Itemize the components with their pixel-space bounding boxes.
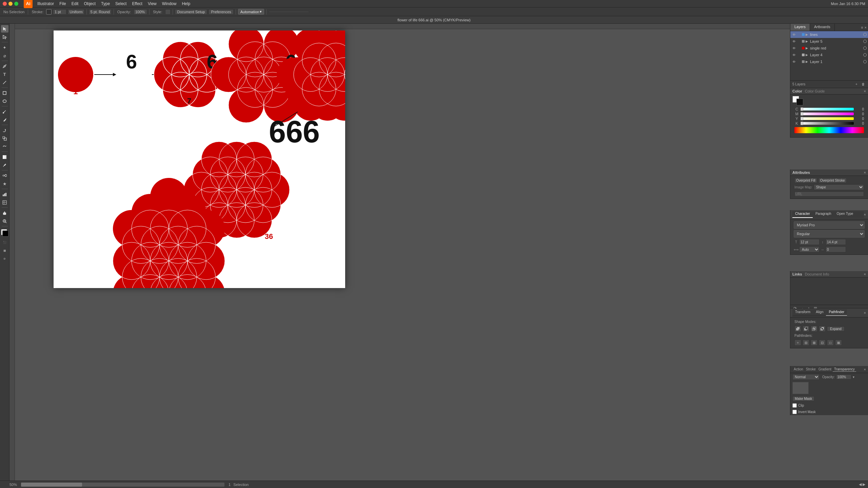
stroke-color-box-2[interactable] [796,99,803,105]
paintbrush-tool[interactable] [1,108,8,115]
layer-expand-singlered[interactable]: ▶ [806,46,809,50]
layer-target-1[interactable] [863,60,867,63]
opacity-value[interactable]: 100% [134,9,147,15]
layer-expand-5[interactable]: ▶ [806,40,809,43]
layer-row-layer4[interactable]: 👁 ▶ Layer 4 [790,52,868,58]
fill-stroke-colors[interactable] [1,229,8,237]
k-slider[interactable] [801,122,854,125]
blend-tool[interactable] [1,172,8,179]
canvas-area[interactable]: 1 6 [9,24,790,481]
ellipse-tool[interactable] [1,97,8,105]
links-panel-header[interactable]: Links Document Info × [790,271,868,278]
color-panel-header[interactable]: Color Color Guide × [790,88,868,95]
menu-effect[interactable]: Effect [130,1,144,6]
exclude-btn[interactable] [819,326,826,332]
m-thumb[interactable] [801,112,803,116]
divide-btn[interactable]: ÷ [794,340,801,346]
overprint-fill-btn[interactable]: Overprint Fill [794,178,817,183]
pathfinder-panel-close[interactable]: × [864,311,866,315]
gradient-tool[interactable] [1,153,8,161]
menu-help[interactable]: Help [180,1,192,6]
merge-btn[interactable]: ⊞ [811,340,817,346]
layer-target-lines[interactable] [863,33,867,36]
scale-tool[interactable] [1,135,8,142]
layer-visibility-lines[interactable]: 👁 [792,32,796,37]
layer-lock-5[interactable] [797,39,801,44]
layer-lock-1[interactable] [797,59,801,64]
zoom-tool[interactable] [1,217,8,225]
opacity-input[interactable]: 100% [836,374,851,380]
pencil-tool[interactable] [1,116,8,123]
stroke-color-box[interactable] [46,9,52,15]
y-slider[interactable] [801,117,854,120]
slice-tool[interactable] [1,199,8,206]
artboards-tab[interactable]: Artboards [810,24,835,31]
color-mode-btn[interactable]: ⬛ [1,239,8,246]
blend-mode-select[interactable]: Normal [792,374,820,380]
color-panel-close[interactable]: × [864,89,866,93]
zoom-level[interactable]: 50% [9,483,17,487]
gradient-tab[interactable]: Gradient [817,367,833,372]
symbol-tool[interactable]: ★ [1,180,8,187]
maximize-button[interactable] [14,2,18,6]
rotate-tool[interactable] [1,126,8,134]
kerning-select[interactable]: Auto [799,246,820,252]
preferences-button[interactable]: Preferences [209,9,233,15]
c-slider[interactable] [801,108,854,110]
doc-setup-button[interactable]: Document Setup [175,9,208,15]
c-thumb[interactable] [801,107,803,111]
pathfinder-panel-header[interactable]: Transform Align Pathfinder × [790,308,868,318]
make-mask-btn[interactable]: Make Mask [792,396,814,401]
layer-visibility-singlered[interactable]: 👁 [792,46,796,50]
layer-visibility-1[interactable]: 👁 [792,59,796,64]
layer-target-5[interactable] [863,40,867,43]
new-layer-button[interactable]: + [854,82,859,87]
pen-tool[interactable] [1,62,8,70]
tracking-input[interactable] [826,246,846,252]
outline-btn[interactable]: □ [827,340,834,346]
menu-object[interactable]: Object [82,1,98,6]
opacity-arrow[interactable]: ▾ [853,375,854,379]
style-box[interactable] [165,9,171,15]
close-button[interactable] [3,2,7,6]
layer-visibility-4[interactable]: 👁 [792,53,796,57]
menu-illustrator[interactable]: Illustrator [35,1,56,6]
layers-panel-menu[interactable]: ≡ [861,25,863,29]
layer-lock-lines[interactable] [797,32,801,37]
y-thumb[interactable] [801,117,803,120]
delete-layer-button[interactable]: 🗑 [861,82,866,87]
transform-tab[interactable]: Transform [792,309,813,316]
layer-expand-lines[interactable]: ▶ [806,33,809,36]
search-box[interactable] [269,11,309,13]
warp-tool[interactable] [1,143,8,150]
gradient-mode-btn[interactable]: ▦ [1,247,8,254]
lasso-tool[interactable]: ⌀ [1,52,8,59]
layers-tab[interactable]: Layers [790,24,810,31]
none-mode-btn[interactable]: ⊘ [1,255,8,262]
layer-row-layer5[interactable]: 👁 ▶ Layer 5 [790,38,868,45]
minus-back-btn[interactable]: ⊠ [835,340,842,346]
column-chart-tool[interactable] [1,190,8,198]
layer-target-singlered[interactable] [863,46,867,50]
layer-lock-singlered[interactable] [797,46,801,50]
character-panel-header[interactable]: Character Paragraph Open Type × [790,210,868,219]
rect-tool[interactable] [1,89,8,97]
expand-btn[interactable]: Expand [827,326,845,331]
character-panel-close[interactable]: × [864,212,866,217]
url-input[interactable] [794,191,864,197]
invert-checkbox[interactable] [792,410,797,414]
overprint-stroke-btn[interactable]: Overprint Stroke [818,178,847,183]
menu-select[interactable]: Select [113,1,129,6]
links-tab[interactable]: Links [792,272,802,276]
clip-checkbox[interactable] [792,403,797,408]
layer-row-layer1[interactable]: 👁 ▶ Layer 1 [790,58,868,65]
layers-panel-close[interactable]: × [865,25,867,29]
menu-view[interactable]: View [146,1,159,6]
k-thumb[interactable] [801,122,803,125]
automation-button[interactable]: Automation ▾ [238,9,264,15]
font-style-select[interactable]: Regular [794,230,865,238]
leading-input[interactable]: 14.4 pt [826,239,846,245]
intersect-btn[interactable] [811,326,817,332]
layer-row-singlered[interactable]: 👁 ▶ single red [790,45,868,52]
layer-expand-4[interactable]: ▶ [806,53,809,57]
